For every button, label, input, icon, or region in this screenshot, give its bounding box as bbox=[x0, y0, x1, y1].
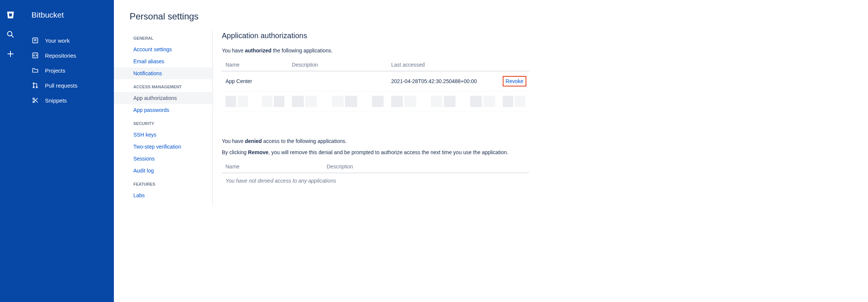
nav-snippets[interactable]: Snippets bbox=[21, 93, 114, 108]
svg-point-12 bbox=[33, 101, 34, 103]
nav-repositories[interactable]: Repositories bbox=[21, 48, 114, 63]
code-icon bbox=[31, 52, 39, 59]
text: , you will remove this denial and be pro… bbox=[269, 149, 508, 155]
group-heading-access: ACCESS MANAGEMENT bbox=[114, 79, 213, 92]
col-name: Name bbox=[222, 161, 323, 173]
nav-label: Repositories bbox=[45, 52, 76, 59]
denied-intro: You have denied access to the following … bbox=[222, 138, 868, 144]
text-strong: authorized bbox=[245, 48, 272, 54]
link-app-authorizations[interactable]: App authorizations bbox=[114, 92, 213, 104]
remove-intro: By clicking Remove, you will remove this… bbox=[222, 149, 868, 155]
main-content: Application authorizations You have auth… bbox=[213, 0, 868, 302]
svg-point-8 bbox=[33, 83, 34, 84]
redacted-block bbox=[292, 96, 384, 107]
nav-pull-requests[interactable]: Pull requests bbox=[21, 78, 114, 93]
scissors-icon bbox=[31, 97, 39, 104]
global-nav-list: Your work Repositories Projects Pull req… bbox=[21, 33, 114, 108]
settings-sidebar: Personal settings GENERAL Account settin… bbox=[114, 0, 213, 302]
text: You have bbox=[222, 138, 245, 144]
pullrequest-icon bbox=[31, 82, 39, 89]
link-two-step[interactable]: Two-step verification bbox=[114, 141, 213, 153]
table-row: App Center 2021-04-28T05:42:30.250488+00… bbox=[222, 71, 529, 91]
nav-label: Projects bbox=[45, 67, 65, 74]
empty-message: You have not denied access to any applic… bbox=[222, 173, 529, 188]
nav-label: Pull requests bbox=[45, 82, 78, 89]
cell-name: App Center bbox=[222, 71, 288, 91]
create-icon[interactable] bbox=[6, 49, 15, 58]
col-last-accessed: Last accessed bbox=[387, 59, 499, 71]
text-strong: denied bbox=[245, 138, 262, 144]
redacted-row bbox=[222, 91, 529, 112]
cell-last-accessed: 2021-04-28T05:42:30.250488+00:00 bbox=[387, 71, 499, 91]
redacted-block bbox=[503, 96, 525, 107]
text: By clicking bbox=[222, 149, 248, 155]
redacted-block bbox=[391, 96, 495, 107]
authorized-intro: You have authorized the following applic… bbox=[222, 48, 868, 54]
table-header-row: Name Description bbox=[222, 161, 529, 173]
table-header-row: Name Description Last accessed bbox=[222, 59, 529, 71]
nav-projects[interactable]: Projects bbox=[21, 63, 114, 78]
col-description: Description bbox=[323, 161, 529, 173]
svg-point-11 bbox=[33, 98, 34, 100]
nav-your-work[interactable]: Your work bbox=[21, 33, 114, 48]
link-labs[interactable]: Labs bbox=[114, 189, 213, 201]
cell-action: Revoke bbox=[499, 71, 529, 91]
product-name: Bitbucket bbox=[21, 10, 114, 19]
nav-label: Snippets bbox=[45, 97, 67, 104]
folder-icon bbox=[31, 67, 39, 74]
link-ssh-keys[interactable]: SSH keys bbox=[114, 129, 213, 141]
text: You have bbox=[222, 48, 245, 54]
text: access to the following applications. bbox=[262, 138, 347, 144]
svg-point-9 bbox=[33, 86, 34, 88]
global-icon-rail bbox=[0, 0, 21, 302]
cell-description bbox=[288, 71, 387, 91]
link-email-aliases[interactable]: Email aliases bbox=[114, 55, 213, 67]
col-description: Description bbox=[288, 59, 387, 71]
section-title: Application authorizations bbox=[222, 31, 868, 40]
product-sidebar: Bitbucket Your work Repositories Project… bbox=[21, 0, 114, 302]
svg-point-0 bbox=[7, 31, 12, 36]
col-name: Name bbox=[222, 59, 288, 71]
svg-line-1 bbox=[12, 36, 14, 38]
svg-point-10 bbox=[36, 86, 37, 88]
authorized-apps-table: Name Description Last accessed App Cente… bbox=[222, 59, 529, 112]
group-heading-general: GENERAL bbox=[114, 31, 213, 43]
group-heading-security: SECURITY bbox=[114, 116, 213, 129]
redacted-block bbox=[226, 96, 284, 107]
text-strong: Remove bbox=[248, 149, 268, 155]
revoke-button[interactable]: Revoke bbox=[503, 76, 526, 86]
board-icon bbox=[31, 37, 39, 44]
nav-label: Your work bbox=[45, 37, 70, 44]
page-title: Personal settings bbox=[114, 7, 213, 31]
link-audit-log[interactable]: Audit log bbox=[114, 165, 213, 177]
col-action bbox=[499, 59, 529, 71]
search-icon[interactable] bbox=[6, 30, 15, 39]
link-app-passwords[interactable]: App passwords bbox=[114, 104, 213, 116]
empty-row: You have not denied access to any applic… bbox=[222, 173, 529, 188]
link-account-settings[interactable]: Account settings bbox=[114, 43, 213, 55]
logo-icon[interactable] bbox=[6, 10, 15, 19]
group-heading-features: FEATURES bbox=[114, 177, 213, 189]
denied-apps-table: Name Description You have not denied acc… bbox=[222, 161, 529, 188]
link-sessions[interactable]: Sessions bbox=[114, 153, 213, 165]
text: the following applications. bbox=[272, 48, 333, 54]
link-notifications[interactable]: Notifications bbox=[114, 67, 213, 79]
